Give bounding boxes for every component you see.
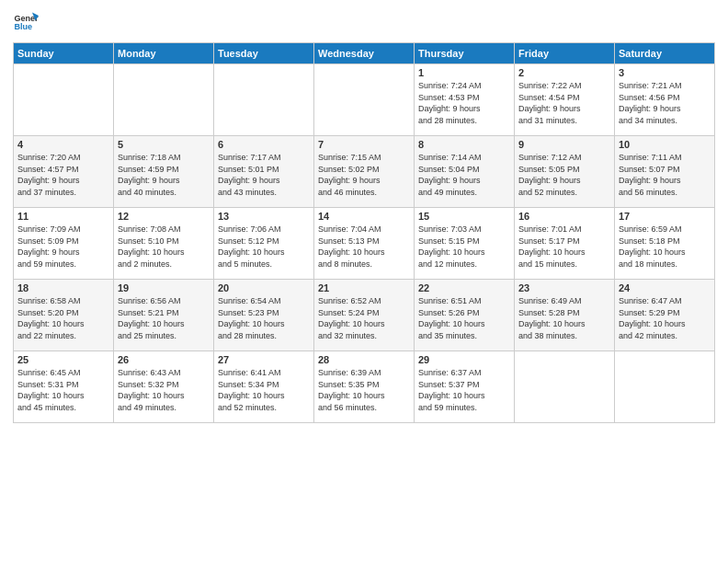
day-cell: 25Sunrise: 6:45 AM Sunset: 5:31 PM Dayli…	[14, 351, 114, 423]
day-info: Sunrise: 7:09 AM Sunset: 5:09 PM Dayligh…	[17, 224, 109, 270]
day-info: Sunrise: 7:03 AM Sunset: 5:15 PM Dayligh…	[418, 224, 510, 270]
day-number: 29	[418, 354, 510, 365]
day-info: Sunrise: 6:54 AM Sunset: 5:23 PM Dayligh…	[218, 295, 310, 341]
logo: General Blue	[13, 9, 39, 35]
day-info: Sunrise: 6:59 AM Sunset: 5:18 PM Dayligh…	[619, 224, 711, 270]
day-number: 2	[518, 67, 610, 78]
day-info: Sunrise: 6:56 AM Sunset: 5:21 PM Dayligh…	[118, 295, 210, 341]
day-number: 3	[619, 67, 711, 78]
day-cell: 22Sunrise: 6:51 AM Sunset: 5:26 PM Dayli…	[415, 280, 515, 351]
day-cell	[515, 351, 615, 423]
day-info: Sunrise: 6:45 AM Sunset: 5:31 PM Dayligh…	[17, 367, 109, 413]
day-cell: 11Sunrise: 7:09 AM Sunset: 5:09 PM Dayli…	[14, 208, 114, 280]
week-row-3: 11Sunrise: 7:09 AM Sunset: 5:09 PM Dayli…	[14, 208, 715, 280]
day-number: 16	[518, 211, 610, 222]
day-number: 25	[17, 354, 109, 365]
day-number: 20	[218, 282, 310, 293]
day-number: 12	[118, 211, 210, 222]
week-row-2: 4Sunrise: 7:20 AM Sunset: 4:57 PM Daylig…	[14, 136, 715, 208]
day-cell: 7Sunrise: 7:15 AM Sunset: 5:02 PM Daylig…	[314, 136, 415, 208]
col-header-monday: Monday	[114, 43, 214, 64]
day-cell: 1Sunrise: 7:24 AM Sunset: 4:53 PM Daylig…	[415, 64, 515, 136]
svg-text:Blue: Blue	[14, 22, 32, 31]
day-number: 26	[118, 354, 210, 365]
day-cell: 29Sunrise: 6:37 AM Sunset: 5:37 PM Dayli…	[415, 351, 515, 423]
day-cell: 21Sunrise: 6:52 AM Sunset: 5:24 PM Dayli…	[314, 280, 415, 351]
day-info: Sunrise: 6:51 AM Sunset: 5:26 PM Dayligh…	[418, 295, 510, 341]
day-cell	[214, 64, 314, 136]
calendar-body: 1Sunrise: 7:24 AM Sunset: 4:53 PM Daylig…	[14, 64, 715, 423]
day-number: 24	[619, 282, 711, 293]
day-cell: 14Sunrise: 7:04 AM Sunset: 5:13 PM Dayli…	[314, 208, 415, 280]
day-info: Sunrise: 6:37 AM Sunset: 5:37 PM Dayligh…	[418, 367, 510, 413]
day-number: 7	[318, 139, 410, 150]
day-info: Sunrise: 7:15 AM Sunset: 5:02 PM Dayligh…	[318, 152, 410, 198]
day-info: Sunrise: 7:22 AM Sunset: 4:54 PM Dayligh…	[518, 80, 610, 126]
day-cell	[14, 64, 114, 136]
day-number: 13	[218, 211, 310, 222]
col-header-friday: Friday	[515, 43, 615, 64]
day-cell	[615, 351, 715, 423]
day-info: Sunrise: 6:49 AM Sunset: 5:28 PM Dayligh…	[518, 295, 610, 341]
day-cell: 4Sunrise: 7:20 AM Sunset: 4:57 PM Daylig…	[14, 136, 114, 208]
day-cell: 8Sunrise: 7:14 AM Sunset: 5:04 PM Daylig…	[415, 136, 515, 208]
day-cell: 20Sunrise: 6:54 AM Sunset: 5:23 PM Dayli…	[214, 280, 314, 351]
logo-icon: General Blue	[13, 9, 39, 35]
day-number: 28	[318, 354, 410, 365]
day-info: Sunrise: 7:12 AM Sunset: 5:05 PM Dayligh…	[518, 152, 610, 198]
day-number: 22	[418, 282, 510, 293]
day-number: 23	[518, 282, 610, 293]
day-cell: 15Sunrise: 7:03 AM Sunset: 5:15 PM Dayli…	[415, 208, 515, 280]
day-number: 10	[619, 139, 711, 150]
day-cell: 16Sunrise: 7:01 AM Sunset: 5:17 PM Dayli…	[515, 208, 615, 280]
day-info: Sunrise: 6:39 AM Sunset: 5:35 PM Dayligh…	[318, 367, 410, 413]
week-row-5: 25Sunrise: 6:45 AM Sunset: 5:31 PM Dayli…	[14, 351, 715, 423]
week-row-1: 1Sunrise: 7:24 AM Sunset: 4:53 PM Daylig…	[14, 64, 715, 136]
day-cell	[314, 64, 415, 136]
day-info: Sunrise: 7:01 AM Sunset: 5:17 PM Dayligh…	[518, 224, 610, 270]
day-cell: 3Sunrise: 7:21 AM Sunset: 4:56 PM Daylig…	[615, 64, 715, 136]
day-cell: 23Sunrise: 6:49 AM Sunset: 5:28 PM Dayli…	[515, 280, 615, 351]
day-cell	[114, 64, 214, 136]
day-number: 14	[318, 211, 410, 222]
day-number: 5	[118, 139, 210, 150]
col-header-wednesday: Wednesday	[314, 43, 415, 64]
day-info: Sunrise: 7:20 AM Sunset: 4:57 PM Dayligh…	[17, 152, 109, 198]
day-cell: 6Sunrise: 7:17 AM Sunset: 5:01 PM Daylig…	[214, 136, 314, 208]
day-number: 21	[318, 282, 410, 293]
day-info: Sunrise: 7:08 AM Sunset: 5:10 PM Dayligh…	[118, 224, 210, 270]
day-info: Sunrise: 7:11 AM Sunset: 5:07 PM Dayligh…	[619, 152, 711, 198]
day-number: 6	[218, 139, 310, 150]
day-cell: 27Sunrise: 6:41 AM Sunset: 5:34 PM Dayli…	[214, 351, 314, 423]
day-info: Sunrise: 6:47 AM Sunset: 5:29 PM Dayligh…	[619, 295, 711, 341]
day-info: Sunrise: 7:17 AM Sunset: 5:01 PM Dayligh…	[218, 152, 310, 198]
day-number: 17	[619, 211, 711, 222]
day-number: 19	[118, 282, 210, 293]
day-info: Sunrise: 6:43 AM Sunset: 5:32 PM Dayligh…	[118, 367, 210, 413]
col-header-saturday: Saturday	[615, 43, 715, 64]
day-info: Sunrise: 7:06 AM Sunset: 5:12 PM Dayligh…	[218, 224, 310, 270]
day-cell: 10Sunrise: 7:11 AM Sunset: 5:07 PM Dayli…	[615, 136, 715, 208]
day-cell: 9Sunrise: 7:12 AM Sunset: 5:05 PM Daylig…	[515, 136, 615, 208]
day-cell: 28Sunrise: 6:39 AM Sunset: 5:35 PM Dayli…	[314, 351, 415, 423]
col-header-tuesday: Tuesday	[214, 43, 314, 64]
day-number: 1	[418, 67, 510, 78]
day-cell: 19Sunrise: 6:56 AM Sunset: 5:21 PM Dayli…	[114, 280, 214, 351]
day-number: 18	[17, 282, 109, 293]
day-info: Sunrise: 6:58 AM Sunset: 5:20 PM Dayligh…	[17, 295, 109, 341]
day-info: Sunrise: 7:18 AM Sunset: 4:59 PM Dayligh…	[118, 152, 210, 198]
day-number: 11	[17, 211, 109, 222]
day-number: 15	[418, 211, 510, 222]
day-number: 27	[218, 354, 310, 365]
header-area: General Blue	[13, 9, 715, 35]
day-cell: 2Sunrise: 7:22 AM Sunset: 4:54 PM Daylig…	[515, 64, 615, 136]
day-info: Sunrise: 7:04 AM Sunset: 5:13 PM Dayligh…	[318, 224, 410, 270]
calendar-header-row: SundayMondayTuesdayWednesdayThursdayFrid…	[14, 43, 715, 64]
day-info: Sunrise: 7:24 AM Sunset: 4:53 PM Dayligh…	[418, 80, 510, 126]
day-info: Sunrise: 6:41 AM Sunset: 5:34 PM Dayligh…	[218, 367, 310, 413]
calendar-table: SundayMondayTuesdayWednesdayThursdayFrid…	[13, 42, 715, 423]
col-header-thursday: Thursday	[415, 43, 515, 64]
day-cell: 18Sunrise: 6:58 AM Sunset: 5:20 PM Dayli…	[14, 280, 114, 351]
week-row-4: 18Sunrise: 6:58 AM Sunset: 5:20 PM Dayli…	[14, 280, 715, 351]
day-cell: 13Sunrise: 7:06 AM Sunset: 5:12 PM Dayli…	[214, 208, 314, 280]
